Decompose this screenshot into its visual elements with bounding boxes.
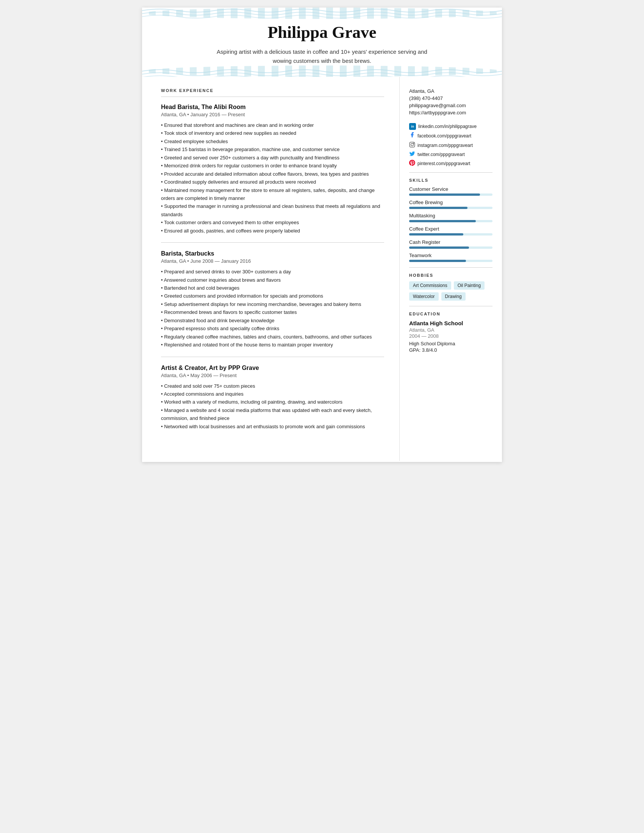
linkedin-handle: linkedin.com/in/philippagrave [418,124,477,129]
job-item: Head Barista, The Alibi RoomAtlanta, GA … [161,104,384,243]
resume-header: Philippa Grave Aspiring artist with a de… [142,8,502,77]
job-meta: Atlanta, GA • January 2016 — Present [161,112,384,117]
bullet-item: Greeted and served over 250+ customers a… [161,154,384,162]
resume-page: Philippa Grave Aspiring artist with a de… [142,8,502,462]
bullet-item: Provided accurate and detailed informati… [161,170,384,178]
hobbies-list: Art CommissionsOil PaintingWatercolorDra… [409,281,493,301]
job-meta: Atlanta, GA • May 2006 — Present [161,373,384,378]
hobbies-heading: HOBBIES [409,273,493,278]
hobby-tag: Oil Painting [454,281,485,289]
edu-degree: High School Diploma [409,341,493,346]
bullet-item: Worked with a variety of mediums, includ… [161,398,384,406]
skill-name: Coffee Brewing [409,199,493,205]
contact-phone: (398) 470-4407 [409,95,493,101]
skill-name: Coffee Expert [409,226,493,232]
skill-name: Customer Service [409,186,493,192]
skill-item: Coffee Brewing [409,199,493,209]
bullet-item: Bartended hot and cold beverages [161,284,384,292]
bullet-item: Replenished and rotated front of the hou… [161,341,384,349]
bullet-item: Created and sold over 75+ custom pieces [161,382,384,390]
name-heading: Philippa Grave [165,23,479,42]
instagram-icon [409,142,415,149]
social-links: inlinkedin.com/in/philippagravefacebook.… [409,123,493,167]
edu-school-name: Atlanta High School [409,320,493,326]
instagram-handle: instagram.com/pppgraveart [417,143,473,148]
pinterest-handle: pinterest.com/pppgraveart [417,161,470,166]
facebook-icon [409,132,415,140]
skill-bar-background [409,193,493,196]
edu-years: 2004 — 2008 [409,333,493,339]
skill-bar-background [409,260,493,262]
bullet-item: Accepted commissions and inquiries [161,390,384,398]
bullet-item: Managed a website and 4 social media pla… [161,406,384,423]
bullet-item: Networked with local businesses and art … [161,423,384,431]
bullet-item: Prepared and served drinks to over 300+ … [161,268,384,276]
bullet-item: Maintained money management for the stor… [161,186,384,203]
facebook-handle: facebook.com/pppgraveart [417,133,471,138]
linkedin-icon: in [409,123,416,130]
bullet-item: Took customer orders and conveyed them t… [161,219,384,227]
skill-bar-fill [409,220,476,222]
skill-bar-fill [409,193,480,196]
job-bullets: Prepared and served drinks to over 300+ … [161,268,384,349]
svg-point-2 [413,143,414,143]
skill-item: Cash Register [409,239,493,249]
job-item: Artist & Creator, Art by PPP GraveAtlant… [161,365,384,439]
skill-bar-fill [409,260,466,262]
social-item-linkedin: inlinkedin.com/in/philippagrave [409,123,493,130]
hobby-tag: Drawing [441,292,465,301]
contact-location: Atlanta, GA [409,88,493,94]
twitter-handle: twitter.com/pppgraveart [417,152,465,157]
contact-email: philippagrave@gmail.com [409,103,493,108]
skill-item: Multitasking [409,213,493,222]
job-item: Barista, StarbucksAtlanta, GA • June 200… [161,250,384,357]
bullet-item: Regularly cleaned coffee machines, table… [161,333,384,341]
social-item-facebook: facebook.com/pppgraveart [409,132,493,140]
svg-rect-0 [409,142,414,147]
pinterest-icon [409,160,415,167]
bullet-item: Prepared espresso shots and speciality c… [161,325,384,333]
skills-list: Customer ServiceCoffee BrewingMultitaski… [409,186,493,262]
bullet-item: Memorized drink orders for regular custo… [161,162,384,170]
jobs-list: Head Barista, The Alibi RoomAtlanta, GA … [161,104,384,438]
twitter-icon [409,151,415,158]
job-meta: Atlanta, GA • June 2008 — January 2016 [161,258,384,264]
bullet-item: Supported the manager in running a profe… [161,202,384,219]
bullet-item: Demonstrated food and drink beverage kno… [161,317,384,325]
skill-bar-background [409,207,493,209]
job-bullets: Created and sold over 75+ custom piecesA… [161,382,384,431]
bullet-item: Took stock of inventory and ordered new … [161,129,384,137]
skill-name: Cash Register [409,239,493,245]
skill-bar-fill [409,246,469,249]
hobbies-divider [409,267,493,268]
social-item-pinterest: pinterest.com/pppgraveart [409,160,493,167]
job-bullets: Ensured that storefront and machines are… [161,121,384,235]
hobby-tag: Watercolor [409,292,439,301]
right-column: Atlanta, GA (398) 470-4407 philippagrave… [400,77,502,461]
hobby-tag: Art Commissions [409,281,451,289]
bullet-item: Coordinated supply deliveries and ensure… [161,178,384,186]
bullet-item: Setup advertisement displays for new inc… [161,300,384,308]
contact-website: https://artbypppgrave.com [409,110,493,116]
left-column: WORK EXPERIENCE Head Barista, The Alibi … [142,77,400,461]
skills-heading: SKILLS [409,178,493,182]
skills-divider [409,172,493,173]
main-content: WORK EXPERIENCE Head Barista, The Alibi … [142,77,502,461]
skill-bar-background [409,233,493,235]
job-title: Artist & Creator, Art by PPP Grave [161,365,384,371]
tagline-text: Aspiring artist with a delicious taste i… [212,47,432,66]
svg-point-1 [411,143,414,146]
skill-item: Customer Service [409,186,493,196]
social-item-instagram: instagram.com/pppgraveart [409,142,493,149]
bullet-item: Answered customer inquiries about brews … [161,276,384,284]
skill-item: Teamwork [409,252,493,262]
edu-city: Atlanta, GA [409,327,493,333]
bullet-item: Trained 15 baristas in beverage preparat… [161,145,384,153]
edu-gpa: GPA: 3.8/4.0 [409,347,493,353]
job-title: Barista, Starbucks [161,250,384,257]
bullet-item: Greeted customers and provided informati… [161,292,384,300]
skill-bar-background [409,246,493,249]
social-item-twitter: twitter.com/pppgraveart [409,151,493,158]
skill-name: Multitasking [409,213,493,219]
skill-name: Teamwork [409,252,493,258]
